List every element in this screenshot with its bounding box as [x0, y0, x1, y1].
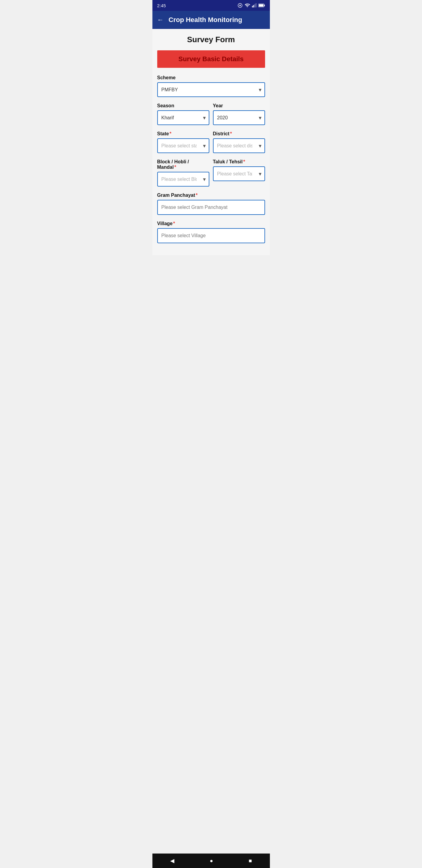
village-label: Village* [157, 221, 265, 226]
season-col: Season Kharif ▾ [157, 103, 209, 125]
district-select[interactable]: Please select district [214, 139, 264, 153]
year-col: Year 2020 ▾ [213, 103, 265, 125]
svg-rect-5 [255, 3, 256, 7]
block-col: Block / Hobli / Mandal* Please select Bl… [157, 159, 209, 187]
state-select[interactable]: Please select state [158, 139, 209, 153]
status-bar: 2:45 [153, 0, 270, 11]
state-district-row: State* Please select state ▾ District* P… [157, 131, 265, 153]
year-label: Year [213, 103, 265, 108]
svg-point-1 [239, 5, 241, 6]
district-required: * [230, 131, 232, 136]
taluk-select-wrapper[interactable]: Please select Taluk / … ▾ [213, 166, 265, 181]
signal-icon [252, 3, 257, 8]
taluk-select[interactable]: Please select Taluk / … [214, 167, 264, 181]
village-required: * [173, 221, 175, 226]
block-select[interactable]: Please select Block / … [158, 173, 209, 186]
section-header: Survey Basic Details [157, 50, 265, 68]
svg-rect-7 [264, 4, 265, 6]
scheme-label: Scheme [157, 75, 265, 81]
scheme-select-wrapper[interactable]: PMFBY ▾ [157, 82, 265, 97]
status-time: 2:45 [157, 3, 166, 8]
gram-input[interactable] [157, 200, 265, 215]
district-label: District* [213, 131, 265, 136]
taluk-label: Taluk / Tehsil* [213, 159, 265, 164]
state-col: State* Please select state ▾ [157, 131, 209, 153]
main-content: Survey Form Survey Basic Details Scheme … [153, 29, 270, 255]
svg-rect-2 [252, 6, 253, 7]
svg-rect-3 [253, 5, 254, 7]
gram-required: * [196, 193, 198, 198]
block-required: * [174, 164, 176, 170]
battery-icon [258, 3, 265, 7]
status-icons [237, 3, 265, 8]
state-select-wrapper[interactable]: Please select state ▾ [157, 138, 209, 153]
district-col: District* Please select district ▾ [213, 131, 265, 153]
block-label: Block / Hobli / Mandal* [157, 159, 209, 170]
scheme-select[interactable]: PMFBY [158, 83, 264, 96]
gram-group: Gram Panchayat* [157, 193, 265, 215]
season-select-wrapper[interactable]: Kharif ▾ [157, 110, 209, 125]
district-select-wrapper[interactable]: Please select district ▾ [213, 138, 265, 153]
scheme-group: Scheme PMFBY ▾ [157, 75, 265, 97]
village-group: Village* [157, 221, 265, 243]
svg-rect-4 [254, 4, 255, 7]
year-select[interactable]: 2020 [214, 111, 264, 124]
svg-rect-8 [259, 4, 263, 7]
app-bar: ← Crop Health Monitoring [153, 11, 270, 29]
state-label: State* [157, 131, 209, 136]
sync-icon [237, 3, 243, 8]
taluk-required: * [243, 159, 245, 164]
block-select-wrapper[interactable]: Please select Block / … ▾ [157, 172, 209, 187]
state-required: * [170, 131, 171, 136]
taluk-col: Taluk / Tehsil* Please select Taluk / … … [213, 159, 265, 187]
year-select-wrapper[interactable]: 2020 ▾ [213, 110, 265, 125]
season-label: Season [157, 103, 209, 108]
app-title: Crop Health Monitoring [169, 16, 242, 24]
page-title: Survey Form [157, 35, 265, 44]
block-taluk-row: Block / Hobli / Mandal* Please select Bl… [157, 159, 265, 187]
gram-label: Gram Panchayat* [157, 193, 265, 198]
back-button[interactable]: ← [157, 16, 164, 24]
wifi-icon [245, 3, 250, 8]
village-input[interactable] [157, 228, 265, 243]
season-select[interactable]: Kharif [158, 111, 209, 124]
season-year-row: Season Kharif ▾ Year 2020 ▾ [157, 103, 265, 125]
